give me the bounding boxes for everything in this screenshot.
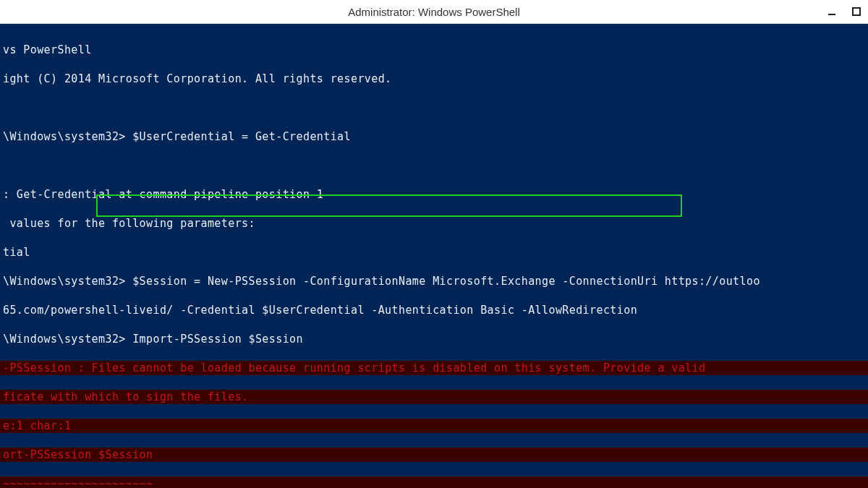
minimize-icon	[827, 7, 837, 17]
maximize-icon	[851, 7, 861, 17]
window-title: Administrator: Windows PowerShell	[348, 6, 520, 18]
error-text: Provide a valid	[597, 361, 706, 374]
error-line: e:1 char:1	[0, 419, 868, 433]
error-line: ~~~~~~~~~~~~~~~~~~~~~~	[0, 476, 868, 488]
svg-rect-1	[853, 8, 860, 15]
terminal-line: 65.com/powershell-liveid/ -Credential $U…	[0, 303, 868, 317]
error-highlighted-text: Files cannot be loaded because running s…	[92, 361, 597, 374]
terminal-output[interactable]: vs PowerShell ight (C) 2014 Microsoft Co…	[0, 24, 868, 488]
terminal-line: tial	[0, 245, 868, 260]
terminal-line	[0, 158, 868, 173]
terminal-line	[0, 100, 868, 115]
prompt-line: \Windows\system32> Import-PSSession $Ses…	[0, 332, 868, 346]
terminal-line: values for the following parameters:	[0, 216, 868, 231]
error-line: ficate with which to sign the files.	[0, 390, 868, 404]
error-text: -PSSession :	[3, 361, 92, 374]
prompt-line: \Windows\system32> $UserCredential = Get…	[0, 129, 868, 144]
error-line: -PSSession : Files cannot be loaded beca…	[0, 361, 868, 375]
terminal-line: : Get-Credential at command pipeline pos…	[0, 187, 868, 202]
terminal-line: ight (C) 2014 Microsoft Corporation. All…	[0, 72, 868, 86]
minimize-button[interactable]	[825, 4, 839, 19]
window-controls	[825, 0, 864, 23]
error-line: ort-PSSession $Session	[0, 448, 868, 462]
prompt-line: \Windows\system32> $Session = New-PSSess…	[0, 274, 868, 288]
powershell-window: Administrator: Windows PowerShell vs Pow…	[0, 0, 868, 488]
titlebar: Administrator: Windows PowerShell	[0, 0, 868, 24]
maximize-button[interactable]	[849, 4, 864, 19]
terminal-line: vs PowerShell	[0, 43, 868, 57]
